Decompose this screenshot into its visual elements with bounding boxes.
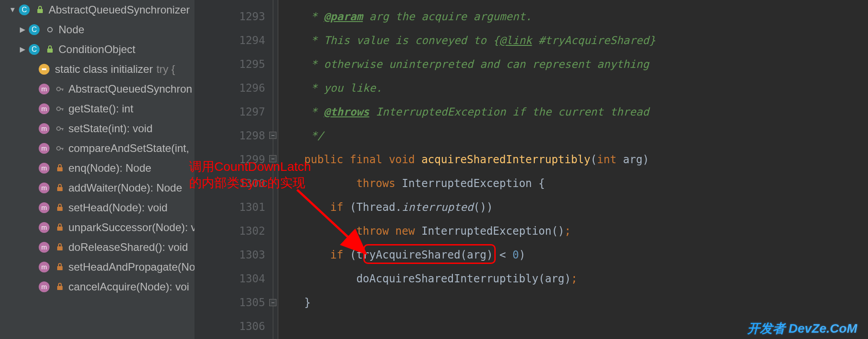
tree-label: getState(): int (68, 99, 133, 119)
chevron-down-icon[interactable]: ▼ (9, 0, 16, 20)
fold-toggle-icon[interactable]: − (269, 299, 276, 306)
svg-point-16 (57, 107, 60, 111)
lock-icon (55, 183, 65, 193)
svg-point-5 (48, 27, 52, 32)
tree-method[interactable]: m cancelAcquire(Node): voi (0, 277, 194, 297)
svg-rect-40 (57, 266, 63, 270)
tree-method[interactable]: m getState(): int (0, 99, 194, 119)
fold-toggle-icon[interactable]: − (269, 132, 276, 139)
tree-method[interactable]: m setState(int): void (0, 119, 194, 138)
tree-label: AbstractQueuedSynchron (68, 79, 192, 99)
tree-method[interactable]: m compareAndSetState(int, (0, 138, 194, 158)
tree-class-condition[interactable]: ▶ C ConditionObject (0, 40, 194, 59)
line-number: 1301 (194, 195, 265, 219)
svg-rect-2 (37, 9, 43, 13)
method-icon: m (38, 241, 50, 254)
svg-text:m: m (41, 144, 47, 152)
code-line: * you like. (278, 76, 868, 100)
tree-initializer[interactable]: static class initializer try { (0, 59, 194, 79)
lock-icon (35, 5, 45, 15)
method-icon: m (38, 261, 50, 273)
code-editor[interactable]: * @param arg the acquire argument. * Thi… (278, 0, 868, 339)
tree-method[interactable]: m unparkSuccessor(Node): v (0, 218, 194, 237)
tree-label: static class initializer (55, 59, 153, 79)
initializer-icon (38, 63, 50, 76)
line-number: 1295 (194, 52, 265, 76)
annotation-arrow-icon (288, 185, 378, 262)
tree-label: unparkSuccessor(Node): v (68, 218, 194, 237)
line-number: 1298 (194, 124, 265, 147)
svg-rect-34 (57, 227, 63, 231)
lock-icon (55, 262, 65, 272)
tree-class-root[interactable]: ▼ C AbstractQueuedSynchronizer (0, 0, 194, 20)
tree-label: enq(Node): Node (68, 158, 151, 178)
final-icon (45, 25, 55, 35)
chevron-right-icon[interactable]: ▶ (19, 20, 26, 40)
line-number: 1305 (194, 290, 265, 314)
tree-method[interactable]: m AbstractQueuedSynchron (0, 79, 194, 99)
lock-icon (55, 223, 65, 232)
tree-method[interactable]: m doReleaseShared(): void (0, 237, 194, 257)
tree-label: doReleaseShared(): void (68, 237, 188, 257)
key-icon (55, 84, 65, 94)
tree-method[interactable]: m setHead(Node): void (0, 198, 194, 218)
code-line: * otherwise uninterpreted and can repres… (278, 52, 868, 76)
line-number: 1303 (194, 243, 265, 267)
watermark: 开发者 DevZe.CoM (747, 320, 857, 337)
svg-text:m: m (41, 164, 47, 172)
svg-rect-28 (57, 187, 63, 191)
method-icon: m (38, 182, 50, 194)
key-icon (55, 124, 65, 134)
tree-method[interactable]: m enq(Node): Node (0, 158, 194, 178)
svg-text:m: m (41, 243, 47, 251)
svg-text:m: m (41, 184, 47, 192)
code-line: public final void acquireSharedInterrupt… (278, 147, 868, 171)
svg-text:m: m (41, 204, 47, 211)
svg-rect-31 (57, 207, 63, 211)
line-number: 1306 (194, 314, 265, 338)
chevron-right-icon[interactable]: ▶ (19, 40, 26, 59)
method-icon: m (38, 142, 50, 155)
svg-rect-25 (57, 167, 63, 171)
tree-label: setState(int): void (68, 119, 153, 138)
svg-text:m: m (41, 283, 47, 290)
svg-text:C: C (32, 26, 37, 33)
code-line: */ (278, 124, 868, 147)
tree-label: setHeadAndPropagate(No (68, 257, 194, 277)
line-number: 1297 (194, 100, 265, 124)
tree-label: Node (59, 20, 84, 40)
highlight-box (363, 244, 496, 264)
tree-label: addWaiter(Node): Node (68, 178, 182, 198)
svg-text:m: m (41, 85, 47, 93)
app-root: ▼ C AbstractQueuedSynchronizer ▶ C Node … (0, 0, 868, 339)
tree-method[interactable]: m setHeadAndPropagate(No (0, 257, 194, 277)
svg-rect-43 (57, 286, 63, 290)
method-icon: m (38, 281, 50, 293)
method-icon: m (38, 201, 50, 214)
line-number: 1294 (194, 28, 265, 52)
tree-method[interactable]: m addWaiter(Node): Node (0, 178, 194, 198)
svg-rect-37 (57, 246, 63, 250)
svg-point-22 (57, 147, 60, 150)
svg-text:m: m (41, 125, 47, 132)
svg-text:m: m (41, 263, 47, 271)
method-icon: m (38, 122, 50, 135)
tree-label: compareAndSetState(int, (68, 138, 189, 158)
key-icon (55, 104, 65, 114)
key-icon (55, 143, 65, 153)
tree-label: ConditionObject (59, 40, 136, 59)
tree-label: cancelAcquire(Node): voi (68, 277, 189, 297)
lock-icon (55, 242, 65, 252)
tree-class-node[interactable]: ▶ C Node (0, 20, 194, 40)
lock-icon (45, 45, 55, 54)
line-number: 1296 (194, 76, 265, 100)
svg-text:m: m (41, 105, 47, 112)
code-line: * @throws InterruptedException if the cu… (278, 100, 868, 124)
annotation-text: 调用CountDownLatch 的内部类Sync的实现 (189, 159, 311, 192)
tree-label: AbstractQueuedSynchronizer (49, 0, 190, 20)
lock-icon (55, 203, 65, 213)
tree-label-suffix: try { (156, 59, 175, 79)
svg-point-13 (57, 87, 60, 91)
structure-panel: ▼ C AbstractQueuedSynchronizer ▶ C Node … (0, 0, 194, 339)
lock-icon (55, 282, 65, 292)
